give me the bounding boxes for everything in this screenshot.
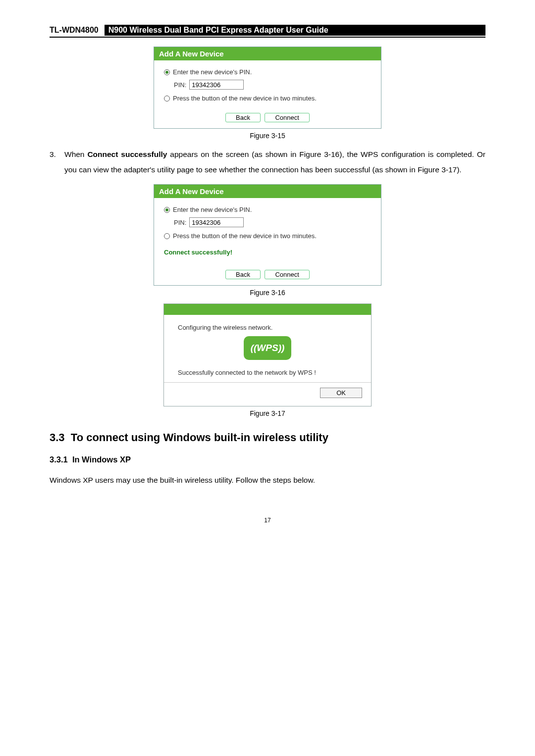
radio-label: Press the button of the new device in tw… (173, 232, 317, 240)
section-3-3-heading: 3.3 To connect using Windows built-in wi… (50, 431, 485, 444)
back-button[interactable]: Back (225, 270, 261, 279)
figure-caption: Figure 3-15 (50, 132, 485, 140)
doc-title: N900 Wireless Dual Band PCI Express Adap… (105, 25, 485, 36)
model-number: TL-WDN4800 (50, 26, 105, 35)
dialog-title: Add A New Device (154, 47, 381, 60)
connect-button[interactable]: Connect (265, 270, 309, 279)
figure-caption: Figure 3-16 (50, 289, 485, 297)
radio-label: Press the button of the new device in tw… (173, 95, 317, 102)
radio-label: Enter the new device's PIN. (173, 68, 252, 76)
add-device-dialog-2: Add A New Device Enter the new device's … (154, 184, 381, 286)
figure-caption: Figure 3-17 (50, 409, 485, 417)
wps-icon: ((WPS)) (244, 336, 291, 360)
connect-success-text: Connect successfully! (164, 249, 371, 256)
add-device-dialog-1: Add A New Device Enter the new device's … (154, 47, 381, 129)
radio-selected-icon (164, 207, 170, 213)
connect-button[interactable]: Connect (265, 113, 309, 122)
step-3-text: 3. When Connect successfully appears on … (64, 147, 485, 177)
radio-press-button[interactable]: Press the button of the new device in tw… (164, 95, 371, 102)
xp-intro-text: Windows XP users may use the built-in wi… (50, 473, 485, 487)
wps-title-bar (164, 304, 371, 315)
pin-label: PIN: (174, 81, 186, 89)
radio-label: Enter the new device's PIN. (173, 206, 252, 213)
list-number: 3. (50, 147, 56, 162)
radio-enter-pin[interactable]: Enter the new device's PIN. (164, 68, 371, 76)
radio-selected-icon (164, 69, 170, 75)
page-number: 17 (50, 517, 485, 524)
radio-unselected-icon (164, 96, 170, 101)
radio-press-button[interactable]: Press the button of the new device in tw… (164, 232, 371, 240)
radio-unselected-icon (164, 233, 170, 239)
dialog-title: Add A New Device (154, 185, 381, 198)
ok-button[interactable]: OK (320, 388, 362, 398)
wps-dialog: Configuring the wireless network. ((WPS)… (163, 303, 372, 406)
section-3-3-1-heading: 3.3.1 In Windows XP (50, 455, 485, 464)
pin-input[interactable] (189, 80, 244, 90)
back-button[interactable]: Back (225, 113, 261, 122)
pin-input[interactable] (189, 217, 244, 227)
radio-enter-pin[interactable]: Enter the new device's PIN. (164, 206, 371, 213)
wps-success-text: Successfully connected to the network by… (178, 369, 357, 376)
pin-label: PIN: (174, 219, 186, 226)
wps-configuring-text: Configuring the wireless network. (178, 324, 357, 331)
doc-header: TL-WDN4800 N900 Wireless Dual Band PCI E… (50, 25, 485, 38)
